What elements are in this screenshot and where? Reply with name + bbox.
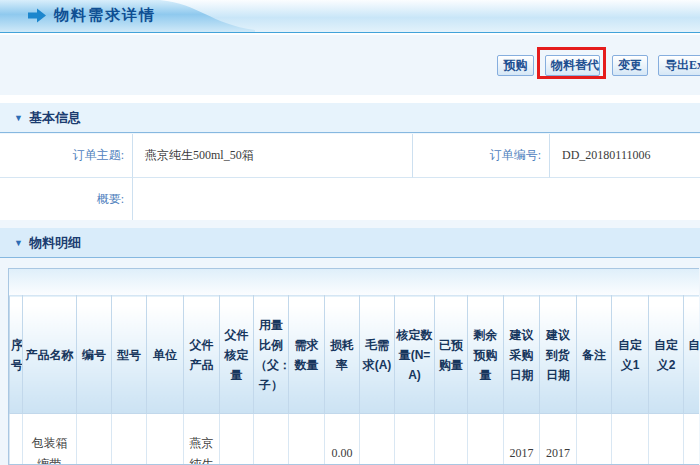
col-header-product-name: 产品名称 [23, 296, 77, 414]
material-detail-section-title: 物料明细 [29, 235, 81, 250]
col-header-parent-approved-qty: 父件核定量 [220, 296, 254, 414]
col-header-unit: 单位 [147, 296, 184, 414]
cell-parent-product-link[interactable]: 燕京纯生 [184, 414, 220, 465]
page-title: 物料需求详情 [54, 6, 156, 25]
order-number-value: DD_20180111006 [550, 134, 700, 178]
export-excel-button[interactable]: 导出Excel [658, 55, 700, 76]
cell-suggested-arrival-date[interactable]: 2017 [540, 414, 577, 465]
red-highlight-annotation [537, 47, 606, 79]
cell-seq [10, 414, 23, 465]
summary-value [133, 178, 700, 220]
cell-product-name: 包装箱 缠带 [23, 414, 77, 465]
arrow-right-icon [28, 8, 46, 23]
basic-info-form: 订单主题: 燕京纯生500ml_50箱 订单编号: DD_20180111006… [0, 134, 700, 220]
order-number-label: 订单编号: [413, 134, 550, 178]
material-table-container: 序号 产品名称 编号 型号 单位 父件产品 父件核定量 用量比例（父：子） 需求… [8, 268, 699, 465]
col-header-gross-demand: 毛需求(A) [360, 296, 395, 414]
cell-custom-3 [684, 414, 700, 465]
col-header-suggested-purchase-date: 建议采购日期 [504, 296, 540, 414]
cell-gross-demand [360, 414, 395, 465]
cell-pre-purchased-qty [435, 414, 468, 465]
table-header-row: 序号 产品名称 编号 型号 单位 父件产品 父件核定量 用量比例（父：子） 需求… [10, 296, 700, 414]
material-table: 序号 产品名称 编号 型号 单位 父件产品 父件核定量 用量比例（父：子） 需求… [9, 295, 699, 465]
col-header-seq: 序号 [10, 296, 23, 414]
cell-unit [147, 414, 184, 465]
col-header-custom-1: 自定义1 [612, 296, 649, 414]
cell-remark [577, 414, 612, 465]
col-header-model: 型号 [112, 296, 147, 414]
cell-parent-approved-qty [220, 414, 254, 465]
page-title-bar: 物料需求详情 [0, 0, 700, 33]
col-header-pre-purchased-qty: 已预购量 [435, 296, 468, 414]
panel-separator [0, 95, 700, 103]
cell-usage-ratio [254, 414, 289, 465]
col-header-custom-3: 自定义3 [684, 296, 700, 414]
pre-purchase-button[interactable]: 预购 [497, 55, 534, 76]
col-header-remaining-pre-purchase-qty: 剩余预购量 [468, 296, 504, 414]
col-header-usage-ratio: 用量比例（父：子） [254, 296, 289, 414]
col-header-demand-qty: 需求数量 [289, 296, 325, 414]
cell-code [77, 414, 112, 465]
table-row: 包装箱 缠带 燕京纯生 0.00 2017 2017 [10, 414, 700, 465]
col-header-parent-product: 父件产品 [184, 296, 220, 414]
col-header-remark: 备注 [577, 296, 612, 414]
collapse-triangle-icon: ▼ [14, 113, 23, 123]
basic-info-section-title: 基本信息 [29, 110, 81, 125]
collapse-triangle-icon: ▼ [14, 238, 23, 248]
table-caption-strip [9, 269, 699, 295]
col-header-custom-2: 自定义2 [649, 296, 684, 414]
summary-label: 概要: [0, 178, 133, 220]
cell-loss-rate: 0.00 [325, 414, 360, 465]
cell-approved-qty [395, 414, 435, 465]
cell-custom-1 [612, 414, 649, 465]
change-button[interactable]: 变更 [612, 55, 648, 76]
order-subject-value: 燕京纯生500ml_50箱 [133, 134, 413, 178]
col-header-suggested-arrival-date: 建议到货日期 [540, 296, 577, 414]
col-header-approved-qty: 核定数量(N=A) [395, 296, 435, 414]
col-header-code: 编号 [77, 296, 112, 414]
cell-model [112, 414, 147, 465]
cell-demand-qty [289, 414, 325, 465]
material-detail-section-header[interactable]: ▼物料明细 [0, 228, 700, 258]
cell-remaining-pre-purchase-qty [468, 414, 504, 465]
cell-suggested-purchase-date[interactable]: 2017 [504, 414, 540, 465]
basic-info-section-header[interactable]: ▼基本信息 [0, 103, 700, 133]
col-header-loss-rate: 损耗率 [325, 296, 360, 414]
order-subject-label: 订单主题: [0, 134, 133, 178]
cell-custom-2 [649, 414, 684, 465]
